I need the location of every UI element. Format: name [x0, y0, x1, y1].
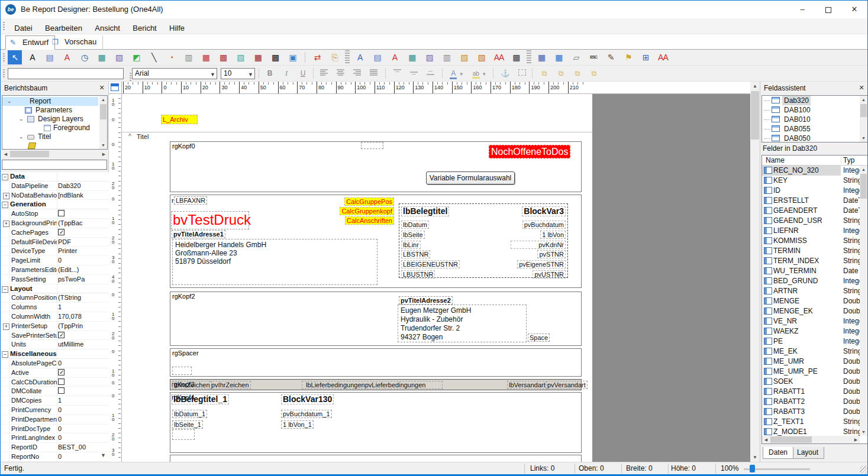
- property-value[interactable]: (Edit...): [58, 266, 108, 274]
- property-value[interactable]: 0: [58, 360, 108, 367]
- calc-gruppepos-label[interactable]: CalcGruppePos: [344, 197, 394, 206]
- band-rgkopf1[interactable]: rgKopf1 LBFAXNR bvTestDruck pvTitelAdres…: [170, 195, 582, 288]
- field-row[interactable]: TERM_INDEX String: [762, 256, 860, 266]
- field-row[interactable]: RABATT1 Double: [762, 387, 860, 397]
- field-row[interactable]: GEAENDERT DateTime: [762, 206, 860, 216]
- valign-top-button[interactable]: [390, 67, 405, 80]
- ihrzeichen-label[interactable]: lbIhrZeichen: [172, 381, 212, 389]
- property-value[interactable]: [58, 210, 64, 216]
- map-pin-icon[interactable]: ⚑: [621, 50, 635, 64]
- tree-vscrollbar[interactable]: ▲ ▼: [99, 96, 107, 149]
- header-block[interactable]: lbBelegtitel BlockVar3 lbDatum pvBuchdat…: [399, 203, 568, 278]
- tree-item-design-layers[interactable]: ⌄ Design Layers: [2, 115, 98, 124]
- band-rgkopf0[interactable]: rgKopf0 NochOffeneToDos Variable Formula…: [170, 141, 582, 192]
- address1-memo[interactable]: Heidelberger Handels GmbH Großmann-Allee…: [172, 239, 377, 285]
- align-left-button[interactable]: [317, 67, 332, 80]
- form-select-button[interactable]: Variable Formularauswahl: [426, 171, 515, 184]
- border-box-button[interactable]: [514, 67, 530, 80]
- pagebreak-icon[interactable]: ▱: [569, 50, 583, 64]
- property-row[interactable]: Layout: [1, 284, 109, 294]
- field-row[interactable]: LIEFNR Integer: [762, 226, 860, 236]
- property-row[interactable]: PrintDepartment 0: [1, 415, 109, 425]
- richtext-tool-icon[interactable]: A: [60, 50, 74, 64]
- db-memo-icon[interactable]: ▤: [370, 50, 385, 64]
- field-row[interactable]: MENGE Double: [762, 296, 860, 306]
- property-value[interactable]: Printer: [58, 247, 108, 255]
- field-row[interactable]: SOEK Double: [762, 377, 860, 387]
- table-item[interactable]: DAB055: [762, 124, 867, 134]
- calc-gruppenkopf-label[interactable]: CalcGruppenkopf: [340, 207, 394, 215]
- blockvar130-label[interactable]: BlockVar130: [281, 394, 334, 404]
- swap-arrows-icon[interactable]: ⇄: [310, 50, 324, 64]
- picture-tool-icon[interactable]: ▣: [286, 50, 300, 64]
- scroll-thumb[interactable]: [860, 174, 867, 199]
- property-row[interactable]: Active: [1, 368, 109, 378]
- property-row[interactable]: DMCopies 1: [1, 396, 109, 406]
- calc-anschriften-label[interactable]: CalcAnschriften: [345, 216, 394, 225]
- field-row[interactable]: Z_MODE1 String: [762, 427, 860, 437]
- tab-layout[interactable]: Layout: [791, 447, 824, 459]
- code2d-tool-icon[interactable]: ▩: [268, 50, 282, 64]
- export-icon[interactable]: ⎘: [328, 50, 342, 64]
- collapse-caret-icon[interactable]: ^: [128, 133, 131, 140]
- band-next-partial[interactable]: [170, 455, 582, 462]
- property-value[interactable]: [58, 285, 108, 293]
- scroll-thumb[interactable]: [100, 104, 107, 119]
- block-value[interactable]: pvSTNR: [537, 250, 566, 258]
- tables-vscrollbar[interactable]: ▲ ▼: [860, 96, 867, 142]
- scroll-left-icon[interactable]: ◀: [762, 436, 770, 443]
- block-value[interactable]: pvEigeneSTNR: [517, 260, 566, 268]
- belegtitel-label[interactable]: lbBelegtitel: [401, 206, 449, 216]
- db-text-icon[interactable]: A: [353, 50, 367, 64]
- seite1-label[interactable]: lbSeite_1: [172, 420, 203, 429]
- titeladresse1-label[interactable]: pvTitelAdresse1: [172, 230, 225, 238]
- property-row[interactable]: ParametersEditor (Edit...): [1, 265, 109, 275]
- property-row[interactable]: PrintDocType 0: [1, 425, 109, 434]
- property-row[interactable]: AutoStop: [1, 209, 109, 219]
- property-row[interactable]: DMCollate: [1, 387, 109, 396]
- property-row[interactable]: ReportNo 0: [1, 452, 109, 462]
- calc-grid-tool-icon[interactable]: ▦: [251, 50, 265, 64]
- property-row[interactable]: DefaultFileDeviceT PDF: [1, 238, 109, 247]
- highlight-button[interactable]: ab ▼: [469, 67, 489, 80]
- tree-filter-input[interactable]: [2, 160, 107, 170]
- scroll-up-icon[interactable]: ▲: [750, 82, 760, 90]
- testdruck-label[interactable]: bvTestDruck: [171, 211, 249, 229]
- property-row[interactable]: SavePrinterSetup: [1, 331, 109, 341]
- property-row[interactable]: ColumnWidth 170,078: [1, 312, 109, 322]
- property-row[interactable]: Generation: [1, 200, 109, 209]
- move-forward-button[interactable]: ⧉: [570, 67, 585, 80]
- style-combobox[interactable]: [8, 68, 124, 79]
- property-value[interactable]: Dab320: [58, 182, 108, 190]
- scroll-thumb[interactable]: [751, 91, 759, 140]
- properties-scroll-down-icon[interactable]: ▼: [101, 452, 106, 458]
- property-row[interactable]: PageLimit 0: [1, 256, 109, 265]
- chart-tool-icon[interactable]: ▧: [233, 50, 247, 64]
- tree-item-report[interactable]: ⌄ Report: [2, 97, 98, 106]
- property-row[interactable]: Units utMillime: [1, 340, 109, 349]
- db-chart2-icon[interactable]: ▧: [475, 50, 489, 64]
- field-row[interactable]: RABATT3 Double: [762, 407, 860, 417]
- property-row[interactable]: Data: [1, 172, 109, 182]
- anchor-button[interactable]: ⚓: [498, 67, 513, 80]
- table-item[interactable]: DAB010: [762, 115, 867, 124]
- property-row[interactable]: BackgroundPrintSe (TppBac: [1, 219, 109, 228]
- field-assistant-close-icon[interactable]: ✕: [857, 83, 866, 92]
- close-button[interactable]: ✕: [841, 1, 867, 18]
- block-value[interactable]: pvKdnNr: [511, 241, 566, 249]
- db-image-icon[interactable]: ▨: [422, 50, 437, 64]
- chevron-down-icon[interactable]: ⌄: [19, 132, 24, 141]
- scroll-down-icon[interactable]: ▼: [99, 141, 107, 149]
- field-row[interactable]: KEY String: [762, 176, 860, 186]
- blockvar3-label[interactable]: BlockVar3: [522, 206, 566, 216]
- font-color-dropdown-icon[interactable]: ▼: [459, 72, 464, 77]
- faxnr-label[interactable]: LBFAXNR: [174, 196, 207, 205]
- field-row[interactable]: RABATT2 Double: [762, 397, 860, 407]
- von1-value[interactable]: 1 lbVon_1: [281, 420, 314, 429]
- property-value[interactable]: 1: [58, 397, 108, 404]
- field-row[interactable]: VE_NR Integer: [762, 316, 860, 326]
- property-row[interactable]: PassSetting psTwoPa: [1, 275, 109, 284]
- scroll-thumb[interactable]: [770, 436, 812, 443]
- report-tree-close-icon[interactable]: ✕: [98, 83, 106, 92]
- property-row[interactable]: ReportID BEST_00: [1, 443, 109, 452]
